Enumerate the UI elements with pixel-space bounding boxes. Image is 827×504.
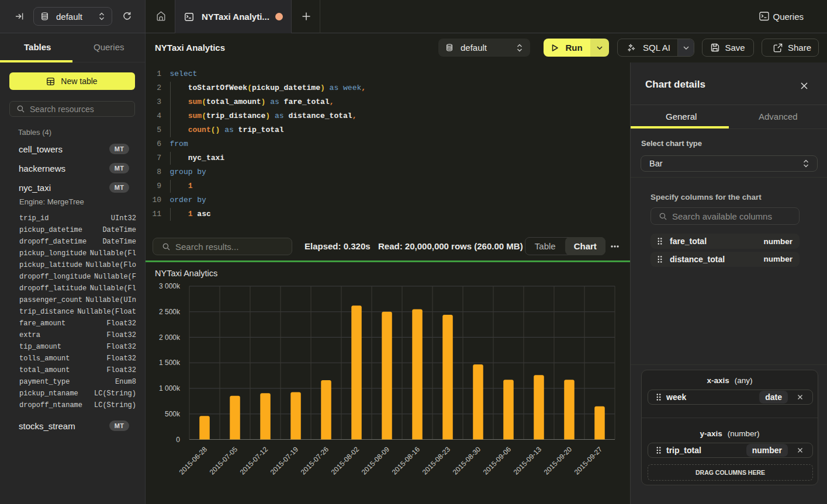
svg-text:500k: 500k — [165, 410, 181, 418]
svg-text:2015-07-26: 2015-07-26 — [299, 445, 331, 477]
svg-text:2015-08-23: 2015-08-23 — [421, 445, 452, 477]
svg-text:2015-08-16: 2015-08-16 — [390, 445, 422, 477]
svg-text:2 500k: 2 500k — [159, 308, 181, 316]
svg-text:2015-07-12: 2015-07-12 — [238, 445, 270, 477]
svg-text:1 000k: 1 000k — [159, 384, 181, 392]
svg-text:2015-09-13: 2015-09-13 — [512, 445, 544, 477]
svg-text:3 000k: 3 000k — [159, 282, 181, 290]
svg-text:2015-06-28: 2015-06-28 — [178, 445, 209, 477]
svg-text:2015-09-06: 2015-09-06 — [482, 445, 513, 477]
svg-text:2015-07-19: 2015-07-19 — [269, 445, 300, 477]
svg-text:2015-09-27: 2015-09-27 — [573, 445, 604, 477]
svg-text:2015-08-02: 2015-08-02 — [330, 445, 361, 477]
svg-text:2015-09-20: 2015-09-20 — [542, 445, 574, 477]
svg-text:2015-07-05: 2015-07-05 — [208, 445, 240, 477]
svg-text:0: 0 — [176, 436, 180, 444]
svg-text:1 500k: 1 500k — [159, 359, 181, 367]
svg-text:2 000k: 2 000k — [159, 333, 181, 342]
svg-text:2015-08-30: 2015-08-30 — [451, 445, 483, 477]
svg-text:2015-08-09: 2015-08-09 — [360, 445, 392, 477]
